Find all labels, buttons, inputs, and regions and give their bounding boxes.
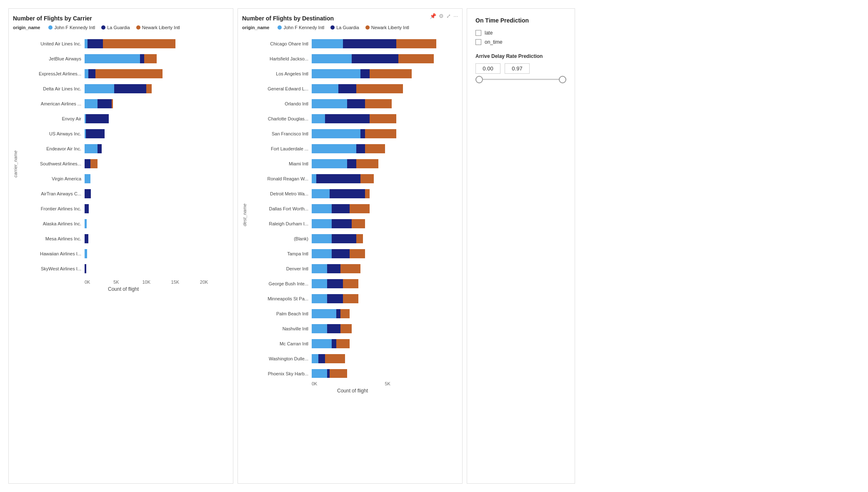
bar-segment-newark	[144, 54, 157, 63]
dest-bar-row: Los Angeles Intl	[247, 66, 458, 81]
bar-segment-jfk	[85, 54, 140, 63]
carrier-bar-container	[85, 39, 175, 48]
settings-icon[interactable]: ⚙	[439, 13, 444, 19]
bar-segment-laguardia	[140, 54, 144, 63]
bar-segment-newark	[90, 159, 98, 168]
dest-bar-segment-newark	[350, 204, 370, 213]
carrier-bar-container	[85, 189, 91, 198]
sidebar-title: On Time Prediction	[475, 17, 566, 24]
dest-bar-segment-laguardia	[327, 324, 340, 333]
dest-bar-segment-newark	[398, 54, 434, 63]
bar-segment-jfk	[85, 99, 98, 108]
dest-legend-newark: Newark Liberty Intl	[365, 25, 409, 30]
dest-bar-segment-jfk	[312, 249, 332, 258]
dest-bar-label: George Bush Inte...	[247, 281, 312, 286]
carrier-bar-label: Alaska Airlines Inc.	[18, 221, 85, 226]
dest-bar-container	[312, 144, 385, 153]
expand-icon[interactable]: ⤢	[446, 13, 451, 19]
bar-segment-laguardia	[88, 39, 103, 48]
carrier-bar-container	[85, 54, 157, 63]
dest-bar-row: (Blank)	[247, 231, 458, 246]
dest-bar-row: Phoenix Sky Harb...	[247, 366, 458, 378]
late-checkbox-item[interactable]: late	[475, 30, 566, 36]
prediction-checkboxes: late on_time	[475, 30, 566, 45]
carrier-bar-row: SkyWest Airlines I...	[18, 261, 229, 276]
newark-label: Newark Liberty Intl	[142, 25, 180, 30]
dest-bar-segment-jfk	[312, 219, 332, 228]
dest-bar-label: Detroit Metro Wa...	[247, 191, 312, 196]
carrier-bar-label: US Airways Inc.	[18, 131, 85, 136]
dest-bar-segment-newark	[336, 339, 350, 348]
dest-bar-row: San Francisco Intl	[247, 126, 458, 141]
slider-track[interactable]	[475, 79, 566, 80]
dest-bar-row: Orlando Intl	[247, 96, 458, 111]
dest-bar-segment-newark	[356, 159, 378, 168]
slider-thumb-left[interactable]	[475, 76, 483, 83]
dest-bar-segment-jfk	[312, 294, 327, 303]
dest-bar-segment-laguardia	[325, 114, 370, 123]
carrier-bar-container	[85, 114, 109, 123]
delay-rate-title: Arrive Delay Rate Prediction	[475, 53, 566, 59]
dest-y-axis: dest_name	[242, 36, 247, 394]
dest-bar-segment-laguardia	[347, 159, 356, 168]
dest-bar-segment-jfk	[312, 144, 356, 153]
on-time-label: on_time	[485, 39, 503, 45]
bar-segment-laguardia	[98, 144, 102, 153]
carrier-bar-container	[85, 234, 88, 243]
dest-bar-segment-jfk	[312, 369, 327, 378]
dest-bar-container	[312, 354, 345, 363]
dest-bar-row: Denver Intl	[247, 261, 458, 276]
dest-bar-segment-laguardia	[360, 129, 365, 138]
dest-bar-row: Charlotte Douglas...	[247, 111, 458, 126]
dest-jfk-dot	[278, 25, 282, 30]
dest-bar-segment-newark	[365, 99, 392, 108]
dest-bar-container	[312, 279, 358, 288]
legend-origin-label: origin_name	[13, 25, 40, 30]
dest-bar-row: George Bush Inte...	[247, 276, 458, 291]
dest-bar-container	[312, 54, 434, 63]
carrier-bar-row: Delta Air Lines Inc.	[18, 81, 229, 96]
dest-bar-container	[312, 159, 378, 168]
dest-bar-segment-jfk	[312, 279, 327, 288]
dest-bar-row: Fort Lauderdale ...	[247, 141, 458, 156]
carrier-bar-label: American Airlines ...	[18, 101, 85, 106]
dest-bar-label: Raleigh Durham I...	[247, 221, 312, 226]
dest-jfk-label: John F Kennedy Intl	[283, 25, 324, 30]
slider-thumb-right[interactable]	[559, 76, 566, 83]
dest-bar-segment-newark	[370, 114, 396, 123]
dest-bar-segment-jfk	[312, 99, 347, 108]
on-time-checkbox[interactable]	[475, 39, 481, 45]
carrier-bar-container	[85, 129, 105, 138]
on-time-checkbox-item[interactable]: on_time	[475, 39, 566, 45]
dest-bar-segment-laguardia	[330, 189, 365, 198]
dest-bar-segment-jfk	[312, 114, 325, 123]
carrier-x-tick: 15K	[171, 280, 200, 285]
carrier-bar-container	[85, 204, 89, 213]
dest-scroll-area[interactable]: Chicago Ohare IntlHartsfield Jackso...Lo…	[247, 36, 458, 378]
dest-newark-dot	[365, 25, 370, 30]
late-checkbox[interactable]	[475, 30, 481, 36]
dest-bar-row: Palm Beach Intl	[247, 306, 458, 321]
carrier-legend: origin_name John F Kennedy Intl La Guard…	[13, 25, 229, 30]
dest-bar-segment-jfk	[312, 159, 347, 168]
dest-bar-segment-newark	[343, 279, 358, 288]
pin-icon[interactable]: 📌	[430, 13, 436, 19]
dest-bar-segment-newark	[340, 264, 360, 273]
dest-bars-area: Chicago Ohare IntlHartsfield Jackso...Lo…	[247, 36, 458, 394]
carrier-bar-row: Endeavor Air Inc.	[18, 141, 229, 156]
laguardia-label: La Guardia	[107, 25, 130, 30]
dest-bar-row: Raleigh Durham I...	[247, 216, 458, 231]
dest-bar-segment-newark	[330, 369, 348, 378]
dest-bar-label: San Francisco Intl	[247, 131, 312, 136]
carrier-bar-label: Endeavor Air Inc.	[18, 146, 85, 151]
carrier-bar-label: AirTran Airways C...	[18, 191, 85, 196]
more-icon[interactable]: ···	[453, 13, 458, 19]
dest-bar-row: Tampa Intl	[247, 246, 458, 261]
dest-x-label: Count of flight	[247, 388, 458, 394]
dest-bar-container	[312, 204, 370, 213]
dest-bar-segment-jfk	[312, 84, 338, 93]
dest-bar-container	[312, 174, 374, 183]
dest-bar-segment-newark	[356, 84, 403, 93]
dest-bar-container	[312, 324, 352, 333]
dest-legend-jfk: John F Kennedy Intl	[278, 25, 324, 30]
